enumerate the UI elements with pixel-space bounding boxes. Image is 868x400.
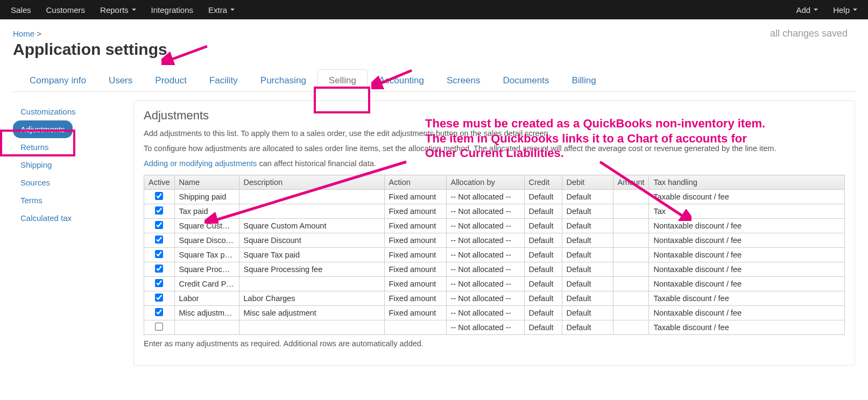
cell-debit[interactable]: Default	[562, 233, 613, 248]
cell-action[interactable]: Fixed amount	[384, 291, 446, 306]
tab-purchasing[interactable]: Purchasing	[249, 69, 317, 92]
table-row[interactable]: Misc adjustmentMisc sale adjustmentFixed…	[144, 306, 845, 320]
table-row[interactable]: Square Proce…Square Processing feeFixed …	[144, 262, 845, 277]
active-checkbox[interactable]	[155, 308, 163, 316]
tab-selling[interactable]: Selling	[317, 69, 368, 92]
active-checkbox[interactable]	[155, 265, 163, 273]
tab-documents[interactable]: Documents	[491, 69, 560, 92]
cell-amount[interactable]	[613, 190, 649, 204]
tab-facility[interactable]: Facility	[198, 69, 249, 92]
active-checkbox[interactable]	[155, 323, 163, 331]
cell-name[interactable]: Square Disco…	[174, 233, 239, 248]
cell-desc[interactable]: Square Tax paid	[239, 248, 384, 262]
active-checkbox[interactable]	[155, 192, 163, 200]
col-header-tax-handling[interactable]: Tax handling	[649, 175, 845, 190]
cell-amount[interactable]	[613, 204, 649, 219]
active-checkbox[interactable]	[155, 294, 163, 302]
cell-amount[interactable]	[613, 219, 649, 233]
cell-amount[interactable]	[613, 320, 649, 335]
table-row[interactable]: Square Tax paidSquare Tax paidFixed amou…	[144, 248, 845, 262]
cell-alloc[interactable]: -- Not allocated --	[446, 262, 524, 277]
cell-credit[interactable]: Default	[524, 320, 562, 335]
nav-customers[interactable]: Customers	[46, 5, 86, 15]
cell-desc[interactable]	[239, 190, 384, 204]
cell-name[interactable]: Shipping paid	[174, 190, 239, 204]
tab-company-info[interactable]: Company info	[18, 69, 97, 92]
cell-amount[interactable]	[613, 306, 649, 320]
cell-desc[interactable]: Misc sale adjustment	[239, 306, 384, 320]
cell-alloc[interactable]: -- Not allocated --	[446, 306, 524, 320]
table-row[interactable]: Credit Card P…Fixed amount-- Not allocat…	[144, 277, 845, 291]
cell-name[interactable]: Tax paid	[174, 204, 239, 219]
table-row[interactable]: Shipping paidFixed amount-- Not allocate…	[144, 190, 845, 204]
cell-name[interactable]: Labor	[174, 291, 239, 306]
tab-billing[interactable]: Billing	[560, 69, 607, 92]
cell-desc[interactable]	[239, 320, 384, 335]
cell-action[interactable]: Fixed amount	[384, 248, 446, 262]
cell-action[interactable]: Fixed amount	[384, 262, 446, 277]
cell-action[interactable]: Fixed amount	[384, 190, 446, 204]
cell-debit[interactable]: Default	[562, 248, 613, 262]
sidebar-item-customizations[interactable]: Customizations	[13, 103, 83, 120]
col-header-debit[interactable]: Debit	[562, 175, 613, 190]
table-row[interactable]: LaborLabor ChargesFixed amount-- Not all…	[144, 291, 845, 306]
cell-name[interactable]: Misc adjustment	[174, 306, 239, 320]
col-header-action[interactable]: Action	[384, 175, 446, 190]
cell-debit[interactable]: Default	[562, 291, 613, 306]
cell-tax[interactable]: Nontaxable discount / fee	[649, 233, 845, 248]
cell-alloc[interactable]: -- Not allocated --	[446, 277, 524, 291]
cell-tax[interactable]: Nontaxable discount / fee	[649, 248, 845, 262]
cell-alloc[interactable]: -- Not allocated --	[446, 320, 524, 335]
cell-debit[interactable]: Default	[562, 190, 613, 204]
cell-credit[interactable]: Default	[524, 190, 562, 204]
sidebar-item-adjustments[interactable]: Adjustments	[13, 120, 73, 138]
tab-product[interactable]: Product	[144, 69, 198, 92]
cell-desc[interactable]: Square Custom Amount	[239, 219, 384, 233]
table-row[interactable]: -- Not allocated --DefaultDefaultTaxable…	[144, 320, 845, 335]
tab-screens[interactable]: Screens	[435, 69, 491, 92]
col-header-amount[interactable]: Amount	[613, 175, 649, 190]
cell-tax[interactable]: Nontaxable discount / fee	[649, 262, 845, 277]
cell-name[interactable]: Square Tax paid	[174, 248, 239, 262]
cell-credit[interactable]: Default	[524, 219, 562, 233]
sidebar-item-returns[interactable]: Returns	[13, 138, 57, 156]
cell-credit[interactable]: Default	[524, 277, 562, 291]
table-row[interactable]: Tax paidFixed amount-- Not allocated --D…	[144, 204, 845, 219]
cell-alloc[interactable]: -- Not allocated --	[446, 190, 524, 204]
cell-alloc[interactable]: -- Not allocated --	[446, 291, 524, 306]
cell-credit[interactable]: Default	[524, 291, 562, 306]
col-header-credit[interactable]: Credit	[524, 175, 562, 190]
cell-debit[interactable]: Default	[562, 219, 613, 233]
cell-amount[interactable]	[613, 233, 649, 248]
cell-debit[interactable]: Default	[562, 277, 613, 291]
nav-extra[interactable]: Extra	[208, 5, 235, 15]
cell-alloc[interactable]: -- Not allocated --	[446, 204, 524, 219]
table-row[interactable]: Square Custo…Square Custom AmountFixed a…	[144, 219, 845, 233]
cell-action[interactable]: Fixed amount	[384, 219, 446, 233]
cell-action[interactable]	[384, 320, 446, 335]
active-checkbox[interactable]	[155, 279, 163, 287]
tab-users[interactable]: Users	[97, 69, 144, 92]
cell-desc[interactable]	[239, 277, 384, 291]
active-checkbox[interactable]	[155, 221, 163, 229]
cell-credit[interactable]: Default	[524, 204, 562, 219]
cell-action[interactable]: Fixed amount	[384, 306, 446, 320]
active-checkbox[interactable]	[155, 206, 163, 215]
cell-amount[interactable]	[613, 277, 649, 291]
cell-debit[interactable]: Default	[562, 320, 613, 335]
sidebar-item-shipping[interactable]: Shipping	[13, 156, 59, 174]
table-row[interactable]: Square Disco…Square DiscountFixed amount…	[144, 233, 845, 248]
nav-help[interactable]: Help	[833, 5, 857, 15]
active-checkbox[interactable]	[155, 235, 163, 244]
cell-amount[interactable]	[613, 291, 649, 306]
cell-credit[interactable]: Default	[524, 233, 562, 248]
cell-desc[interactable]	[239, 204, 384, 219]
sidebar-item-terms[interactable]: Terms	[13, 191, 50, 209]
cell-desc[interactable]: Square Discount	[239, 233, 384, 248]
tab-accounting[interactable]: Accounting	[368, 69, 435, 92]
cell-amount[interactable]	[613, 248, 649, 262]
nav-sales[interactable]: Sales	[11, 5, 31, 15]
cell-tax[interactable]: Tax	[649, 204, 845, 219]
cell-action[interactable]: Fixed amount	[384, 204, 446, 219]
nav-reports[interactable]: Reports	[100, 5, 136, 15]
